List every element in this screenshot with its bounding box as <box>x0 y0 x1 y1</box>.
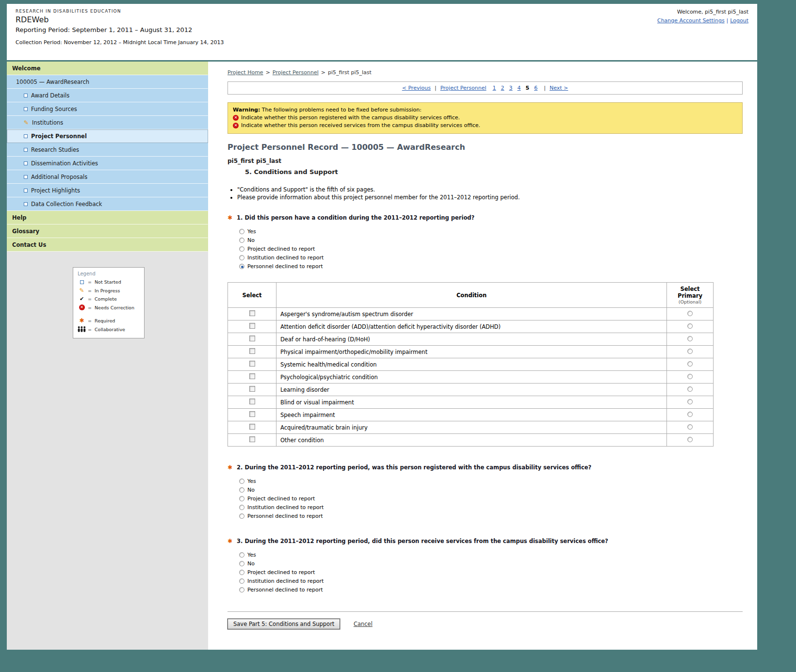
radio-button[interactable] <box>239 479 244 484</box>
primary-radio[interactable] <box>687 424 693 430</box>
condition-label: Deaf or hard-of-hearing (D/HoH) <box>280 336 370 343</box>
not-started-icon <box>24 107 28 111</box>
sidebar-item-100005-awardresearch[interactable]: 100005 — AwardResearch <box>7 75 208 89</box>
check-icon: ✔ <box>80 296 84 302</box>
condition-checkbox[interactable] <box>249 310 255 316</box>
cancel-link[interactable]: Cancel <box>354 621 373 627</box>
sidebar-item-award-details[interactable]: Award Details <box>7 89 208 102</box>
primary-radio[interactable] <box>687 386 693 392</box>
radio-button[interactable] <box>239 255 244 260</box>
radio-label: Personnel declined to report <box>247 587 323 593</box>
condition-label: Learning disorder <box>280 386 329 393</box>
sidebar-item-contact-us[interactable]: Contact Us <box>7 238 208 252</box>
condition-checkbox[interactable] <box>249 348 255 354</box>
radio-option[interactable]: Project declined to report <box>239 494 743 503</box>
pager-page-link-2[interactable]: 2 <box>501 85 504 91</box>
radio-option[interactable]: Yes <box>239 550 743 559</box>
radio-button[interactable] <box>239 264 244 269</box>
radio-button[interactable] <box>239 513 244 519</box>
sidebar-item-funding-sources[interactable]: Funding Sources <box>7 102 208 116</box>
pager-section-link[interactable]: Project Personnel <box>440 85 487 91</box>
radio-option[interactable]: No <box>239 236 743 244</box>
table-row: Learning disorder <box>228 384 714 396</box>
legend-row: =Not Started <box>78 279 140 285</box>
radio-option[interactable]: Yes <box>239 477 743 485</box>
sidebar-item-project-highlights[interactable]: Project Highlights <box>7 184 208 197</box>
primary-radio[interactable] <box>687 323 693 329</box>
radio-button[interactable] <box>239 246 244 252</box>
sidebar-item-additional-proposals[interactable]: Additional Proposals <box>7 170 208 184</box>
radio-option[interactable]: No <box>239 559 743 568</box>
breadcrumb-link-project-personnel[interactable]: Project Personnel <box>273 69 319 76</box>
condition-select-cell <box>228 434 276 447</box>
sidebar-item-institutions[interactable]: ✎Institutions <box>7 116 208 129</box>
radio-button[interactable] <box>239 587 244 592</box>
radio-option[interactable]: Personnel declined to report <box>239 585 743 594</box>
sidebar-item-research-studies[interactable]: Research Studies <box>7 143 208 157</box>
pager-separator: | <box>435 85 437 91</box>
radio-option[interactable]: No <box>239 485 743 494</box>
radio-button[interactable] <box>239 229 244 234</box>
radio-option[interactable]: Institution declined to report <box>239 576 743 585</box>
condition-label: Psychological/psychiatric condition <box>280 374 378 381</box>
condition-checkbox[interactable] <box>249 424 255 430</box>
pager-page-link-6[interactable]: 6 <box>534 85 537 91</box>
radio-button[interactable] <box>239 487 244 493</box>
condition-select-cell <box>228 308 276 320</box>
sidebar-item-glossary[interactable]: Glossary <box>7 224 208 238</box>
radio-button[interactable] <box>239 238 244 243</box>
radio-button[interactable] <box>239 552 244 558</box>
sidebar-item-welcome[interactable]: Welcome <box>7 62 208 75</box>
radio-button[interactable] <box>239 505 244 510</box>
condition-checkbox[interactable] <box>249 373 255 379</box>
condition-checkbox[interactable] <box>249 411 255 417</box>
sidebar-item-data-collection-feedback[interactable]: Data Collection Feedback <box>7 197 208 211</box>
breadcrumb-link-project-home[interactable]: Project Home <box>227 69 263 76</box>
primary-header-note: (Optional) <box>671 299 709 304</box>
primary-radio[interactable] <box>687 336 693 341</box>
radio-option[interactable]: Institution declined to report <box>239 503 743 512</box>
previous-page-link[interactable]: < Previous <box>402 85 431 91</box>
radio-option[interactable]: Institution declined to report <box>239 253 743 262</box>
pager-page-link-3[interactable]: 3 <box>509 85 513 91</box>
condition-checkbox[interactable] <box>249 399 255 404</box>
condition-checkbox[interactable] <box>249 436 255 442</box>
legend-icon-cell: ✎ <box>78 288 86 293</box>
condition-checkbox[interactable] <box>249 323 255 329</box>
radio-label: No <box>247 560 255 567</box>
primary-radio[interactable] <box>687 412 693 417</box>
change-account-settings-link[interactable]: Change Account Settings <box>657 17 725 24</box>
radio-option[interactable]: Personnel declined to report <box>239 262 743 271</box>
sidebar-item-help[interactable]: Help <box>7 211 208 224</box>
logout-link[interactable]: Logout <box>730 17 748 24</box>
condition-checkbox[interactable] <box>249 336 255 341</box>
footer-actions: Save Part 5: Conditions and Support Canc… <box>227 619 743 629</box>
radio-option[interactable]: Personnel declined to report <box>239 512 743 520</box>
save-button[interactable]: Save Part 5: Conditions and Support <box>227 619 340 629</box>
primary-radio[interactable] <box>687 399 693 404</box>
radio-option[interactable]: Yes <box>239 227 743 236</box>
radio-option[interactable]: Project declined to report <box>239 568 743 576</box>
radio-button[interactable] <box>239 578 244 584</box>
next-page-link[interactable]: Next > <box>550 85 568 91</box>
primary-radio[interactable] <box>687 437 693 442</box>
radio-button[interactable] <box>239 570 244 575</box>
primary-radio[interactable] <box>687 349 693 354</box>
welcome-text: Welcome, pi5_first pi5_last <box>657 9 748 15</box>
sidebar-item-dissemination-activities[interactable]: Dissemination Activities <box>7 157 208 170</box>
primary-radio[interactable] <box>687 374 693 379</box>
primary-radio[interactable] <box>687 311 693 316</box>
needs-correction-icon: ✕ <box>233 115 239 121</box>
radio-button[interactable] <box>239 561 244 566</box>
primary-radio[interactable] <box>687 361 693 367</box>
pager-page-link-4[interactable]: 4 <box>518 85 521 91</box>
pager-page-link-1[interactable]: 1 <box>493 85 496 91</box>
radio-button[interactable] <box>239 496 244 501</box>
table-row: Psychological/psychiatric condition <box>228 371 714 384</box>
sidebar-item-label: Help <box>12 214 27 221</box>
radio-option[interactable]: Project declined to report <box>239 244 743 253</box>
sidebar-item-project-personnel[interactable]: Project Personnel <box>7 129 208 143</box>
condition-checkbox[interactable] <box>249 386 255 392</box>
condition-checkbox[interactable] <box>249 361 255 367</box>
condition-select-cell <box>228 346 276 358</box>
